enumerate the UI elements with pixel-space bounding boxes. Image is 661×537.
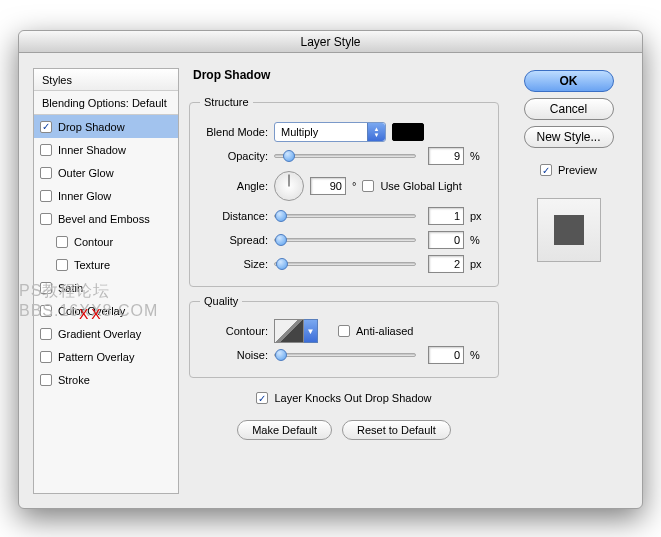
style-item-stroke[interactable]: Stroke — [34, 368, 178, 391]
angle-label: Angle: — [200, 180, 268, 192]
style-item-checkbox[interactable] — [56, 236, 68, 248]
spread-label: Spread: — [200, 234, 268, 246]
make-default-button[interactable]: Make Default — [237, 420, 332, 440]
style-item-inner-glow[interactable]: Inner Glow — [34, 184, 178, 207]
ok-button[interactable]: OK — [524, 70, 614, 92]
settings-panel: Drop Shadow Structure Blend Mode: Multip… — [189, 68, 499, 494]
size-label: Size: — [200, 258, 268, 270]
style-item-outer-glow[interactable]: Outer Glow — [34, 161, 178, 184]
style-item-drop-shadow[interactable]: Drop Shadow — [34, 115, 178, 138]
style-item-checkbox[interactable] — [40, 144, 52, 156]
chevron-updown-icon: ▲▼ — [367, 123, 385, 141]
spread-unit: % — [470, 234, 488, 246]
blend-mode-select[interactable]: Multiply ▲▼ — [274, 122, 386, 142]
cancel-button[interactable]: Cancel — [524, 98, 614, 120]
quality-legend: Quality — [200, 295, 242, 307]
contour-label: Contour: — [200, 325, 268, 337]
style-item-label: Texture — [74, 259, 110, 271]
style-item-checkbox[interactable] — [40, 351, 52, 363]
size-unit: px — [470, 258, 488, 270]
style-item-gradient-overlay[interactable]: Gradient Overlay — [34, 322, 178, 345]
contour-swatch — [274, 319, 304, 343]
style-item-label: Contour — [74, 236, 113, 248]
shadow-color-swatch[interactable] — [392, 123, 424, 141]
quality-group: Quality Contour: ▼ Anti-aliased Noise: — [189, 295, 499, 378]
style-item-label: Inner Shadow — [58, 144, 126, 156]
size-slider[interactable] — [274, 262, 416, 266]
chevron-down-icon: ▼ — [304, 319, 318, 343]
reset-default-button[interactable]: Reset to Default — [342, 420, 451, 440]
style-item-bevel-and-emboss[interactable]: Bevel and Emboss — [34, 207, 178, 230]
noise-label: Noise: — [200, 349, 268, 361]
anti-aliased-label: Anti-aliased — [356, 325, 413, 337]
spread-slider[interactable] — [274, 238, 416, 242]
knockout-label: Layer Knocks Out Drop Shadow — [274, 392, 431, 404]
angle-dial[interactable] — [274, 171, 304, 201]
style-item-label: Color Overlay — [58, 305, 125, 317]
style-item-color-overlay[interactable]: Color Overlay — [34, 299, 178, 322]
blend-mode-label: Blend Mode: — [200, 126, 268, 138]
blending-options-row[interactable]: Blending Options: Default — [34, 91, 178, 115]
style-item-pattern-overlay[interactable]: Pattern Overlay — [34, 345, 178, 368]
distance-unit: px — [470, 210, 488, 222]
style-item-checkbox[interactable] — [40, 121, 52, 133]
style-item-label: Gradient Overlay — [58, 328, 141, 340]
style-item-label: Drop Shadow — [58, 121, 125, 133]
style-item-label: Bevel and Emboss — [58, 213, 150, 225]
styles-header[interactable]: Styles — [34, 69, 178, 91]
style-item-label: Outer Glow — [58, 167, 114, 179]
panel-title: Drop Shadow — [193, 68, 499, 82]
noise-unit: % — [470, 349, 488, 361]
blend-mode-value: Multiply — [281, 126, 318, 138]
distance-slider[interactable] — [274, 214, 416, 218]
knockout-checkbox[interactable] — [256, 392, 268, 404]
style-item-checkbox[interactable] — [40, 328, 52, 340]
style-item-contour[interactable]: Contour — [34, 230, 178, 253]
global-light-checkbox[interactable] — [362, 180, 374, 192]
style-item-label: Inner Glow — [58, 190, 111, 202]
style-item-checkbox[interactable] — [40, 167, 52, 179]
size-input[interactable] — [428, 255, 464, 273]
style-item-checkbox[interactable] — [40, 190, 52, 202]
distance-input[interactable] — [428, 207, 464, 225]
angle-input[interactable] — [310, 177, 346, 195]
preview-label: Preview — [558, 164, 597, 176]
styles-panel: Styles Blending Options: Default Drop Sh… — [33, 68, 179, 494]
style-item-checkbox[interactable] — [40, 282, 52, 294]
distance-label: Distance: — [200, 210, 268, 222]
contour-picker[interactable]: ▼ — [274, 319, 318, 343]
style-item-checkbox[interactable] — [40, 305, 52, 317]
structure-legend: Structure — [200, 96, 253, 108]
style-item-label: Satin — [58, 282, 83, 294]
angle-unit: ° — [352, 180, 356, 192]
opacity-slider[interactable] — [274, 154, 416, 158]
style-item-checkbox[interactable] — [40, 213, 52, 225]
right-panel: OK Cancel New Style... Preview — [509, 68, 628, 494]
structure-group: Structure Blend Mode: Multiply ▲▼ Opacit… — [189, 96, 499, 287]
style-item-texture[interactable]: Texture — [34, 253, 178, 276]
style-item-label: Pattern Overlay — [58, 351, 134, 363]
style-item-checkbox[interactable] — [40, 374, 52, 386]
opacity-label: Opacity: — [200, 150, 268, 162]
style-item-label: Stroke — [58, 374, 90, 386]
spread-input[interactable] — [428, 231, 464, 249]
global-light-label: Use Global Light — [380, 180, 461, 192]
opacity-unit: % — [470, 150, 488, 162]
preview-checkbox[interactable] — [540, 164, 552, 176]
new-style-button[interactable]: New Style... — [524, 126, 614, 148]
noise-slider[interactable] — [274, 353, 416, 357]
opacity-input[interactable] — [428, 147, 464, 165]
anti-aliased-checkbox[interactable] — [338, 325, 350, 337]
style-item-satin[interactable]: Satin — [34, 276, 178, 299]
style-item-checkbox[interactable] — [56, 259, 68, 271]
style-item-inner-shadow[interactable]: Inner Shadow — [34, 138, 178, 161]
noise-input[interactable] — [428, 346, 464, 364]
preview-swatch — [537, 198, 601, 262]
window-title: Layer Style — [19, 31, 642, 53]
